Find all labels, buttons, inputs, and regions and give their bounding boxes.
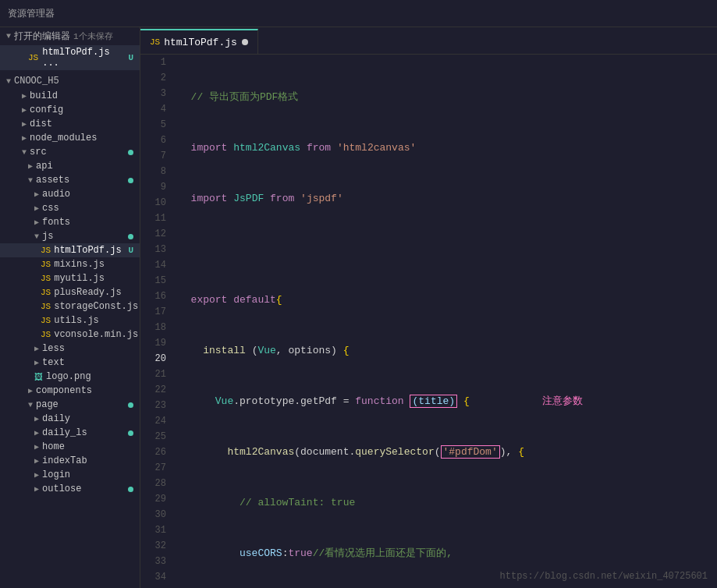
assets-arrow: ▼ xyxy=(28,176,33,185)
build-label: build xyxy=(30,90,58,101)
src-label: src xyxy=(30,147,47,158)
sidebar-item-css[interactable]: ▶ css xyxy=(0,201,140,215)
code-line-9: // allowTaint: true xyxy=(176,495,717,511)
fonts-arrow: ▶ xyxy=(34,218,39,227)
utils-label: utils.js xyxy=(54,315,99,326)
ln-9: 9 xyxy=(147,179,166,195)
sidebar-item-build[interactable]: ▶ build xyxy=(0,89,140,103)
sidebar-item-fonts[interactable]: ▶ fonts xyxy=(0,215,140,229)
sidebar-item-indextab[interactable]: ▶ indexTab xyxy=(0,454,140,468)
sidebar-item-utils[interactable]: JS utils.js xyxy=(0,313,140,328)
sidebar-item-dist[interactable]: ▶ dist xyxy=(0,117,140,131)
text-label: text xyxy=(42,357,65,368)
css-arrow: ▶ xyxy=(34,204,39,213)
code-line-3: import JsPDF from 'jspdf' xyxy=(176,191,717,207)
open-file-label: htmlToPdf.js ... xyxy=(42,47,128,69)
ln-30: 30 xyxy=(147,507,166,522)
sidebar-item-page[interactable]: ▼ page xyxy=(0,398,140,412)
open-editors-group[interactable]: ▼ 打开的编辑器 1个未保存 xyxy=(0,27,140,45)
sidebar-item-api[interactable]: ▶ api xyxy=(0,159,140,173)
daily-ls-label: daily_ls xyxy=(42,427,87,438)
less-label: less xyxy=(42,343,65,354)
ln-33: 33 xyxy=(147,554,166,569)
sidebar-item-outlose[interactable]: ▶ outlose xyxy=(0,482,140,496)
home-arrow: ▶ xyxy=(34,442,39,452)
myutil-label: myutil.js xyxy=(54,273,105,284)
main-container: ▼ 打开的编辑器 1个未保存 JS htmlToPdf.js ... U ▼ C… xyxy=(0,27,717,588)
sidebar-item-home[interactable]: ▶ home xyxy=(0,440,140,454)
indextab-label: indexTab xyxy=(42,455,87,466)
ln-1: 1 xyxy=(147,55,166,70)
src-dot xyxy=(128,150,133,155)
top-bar-title: 资源管理器 xyxy=(8,7,55,20)
code-line-5: export default{ xyxy=(176,292,717,308)
config-arrow: ▶ xyxy=(22,105,27,115)
code-editor[interactable]: 1 2 3 4 5 6 7 8 9 10 11 12 13 14 15 16 1 xyxy=(140,55,717,588)
fonts-label: fonts xyxy=(42,217,70,228)
sidebar-item-js-folder[interactable]: ▼ js xyxy=(0,229,140,243)
sidebar-item-logo[interactable]: 🖼 logo.png xyxy=(0,370,140,384)
ln-29: 29 xyxy=(147,491,166,507)
storageconst-js-icon: JS xyxy=(41,302,51,311)
ln-19: 19 xyxy=(147,335,166,351)
sidebar-item-login[interactable]: ▶ login xyxy=(0,468,140,482)
ln-24: 24 xyxy=(147,413,166,429)
vconsole-js-icon: JS xyxy=(41,330,51,339)
sidebar-item-mixins[interactable]: JS mixins.js xyxy=(0,257,140,271)
sidebar-item-htmltopdf[interactable]: JS htmlToPdf.js U xyxy=(0,243,140,257)
assets-label: assets xyxy=(36,175,69,186)
storageconst-label: storageConst.js xyxy=(54,301,138,312)
sidebar-item-htmltopdf-open[interactable]: JS htmlToPdf.js ... U xyxy=(0,45,140,70)
home-label: home xyxy=(42,441,65,452)
logo-img-icon: 🖼 xyxy=(34,372,43,382)
sidebar-item-node-modules[interactable]: ▶ node_modules xyxy=(0,131,140,145)
sidebar-item-daily-ls[interactable]: ▶ daily_ls xyxy=(0,426,140,440)
text-arrow: ▶ xyxy=(34,358,39,367)
code-line-8: html2Canvas(document.querySelector('#pdf… xyxy=(176,445,717,460)
build-arrow: ▶ xyxy=(22,91,27,101)
mixins-js-icon: JS xyxy=(41,260,51,269)
sidebar-item-audio[interactable]: ▶ audio xyxy=(0,187,140,201)
sidebar-item-assets[interactable]: ▼ assets xyxy=(0,173,140,187)
vconsole-label: vconsole.min.js xyxy=(54,329,138,340)
login-label: login xyxy=(42,469,70,480)
code-line-10: useCORS:true//看情况选用上面还是下面的, xyxy=(176,546,717,561)
code-line-1: // 导出页面为PDF格式 xyxy=(176,90,717,105)
code-lines: 1 2 3 4 5 6 7 8 9 10 11 12 13 14 15 16 1 xyxy=(140,55,717,588)
page-arrow: ▼ xyxy=(28,401,33,409)
code-line-7: Vue.prototype.getPdf = function (title) … xyxy=(176,394,717,409)
ln-32: 32 xyxy=(147,538,166,554)
sidebar-item-myutil[interactable]: JS myutil.js xyxy=(0,271,140,285)
tab-htmltopdf[interactable]: JS htmlToPdf.js xyxy=(140,29,258,54)
sidebar-item-less[interactable]: ▶ less xyxy=(0,342,140,356)
ln-14: 14 xyxy=(147,257,166,273)
sidebar-item-vconsole[interactable]: JS vconsole.min.js xyxy=(0,328,140,342)
sidebar-item-storageconst[interactable]: JS storageConst.js xyxy=(0,299,140,313)
sidebar-item-daily[interactable]: ▶ daily xyxy=(0,412,140,426)
project-group[interactable]: ▼ CNOOC_H5 xyxy=(0,73,140,89)
sidebar-item-text[interactable]: ▶ text xyxy=(0,356,140,370)
js-folder-arrow: ▼ xyxy=(34,232,39,241)
js-icon: JS xyxy=(28,53,38,62)
code-line-4 xyxy=(176,242,717,257)
sidebar-item-config[interactable]: ▶ config xyxy=(0,103,140,117)
js-dot xyxy=(128,234,133,239)
editor-area: JS htmlToPdf.js 1 2 3 4 5 6 7 8 9 1 xyxy=(140,27,717,588)
plusready-label: plusReady.js xyxy=(54,287,121,298)
config-label: config xyxy=(30,104,63,115)
js-folder-label: js xyxy=(42,231,53,242)
code-content: // 导出页面为PDF格式 import html2Canvas from 'h… xyxy=(176,55,717,588)
ln-17: 17 xyxy=(147,304,166,320)
tab-filename: htmlToPdf.js xyxy=(164,37,237,48)
ln-23: 23 xyxy=(147,398,166,413)
ln-3: 3 xyxy=(147,86,166,101)
ln-15: 15 xyxy=(147,273,166,289)
sidebar-item-components[interactable]: ▶ components xyxy=(0,384,140,398)
ln-13: 13 xyxy=(147,242,166,257)
indextab-arrow: ▶ xyxy=(34,456,39,466)
sidebar-item-src[interactable]: ▼ src xyxy=(0,145,140,159)
daily-label: daily xyxy=(42,413,70,424)
sidebar-item-plusready[interactable]: JS plusReady.js xyxy=(0,285,140,299)
ln-22: 22 xyxy=(147,382,166,398)
tab-modified-indicator xyxy=(242,39,248,45)
